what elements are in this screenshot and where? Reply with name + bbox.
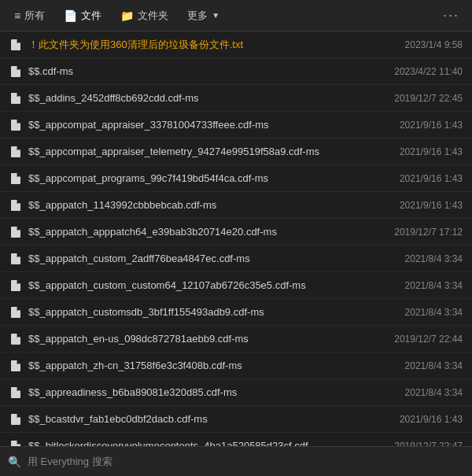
file-icon <box>9 253 22 265</box>
search-bar: 🔍 <box>0 446 472 476</box>
toolbar-file-label: 文件 <box>81 9 101 23</box>
list-item[interactable]: $$_addins_2452dff8cb692cdd.cdf-ms2019/12… <box>0 85 472 112</box>
file-icon <box>9 306 22 319</box>
file-date: 2023/1/4 9:58 <box>405 39 463 50</box>
file-icon <box>9 119 22 131</box>
toolbar-overflow-btn[interactable]: ··· <box>437 4 466 27</box>
file-date: 2019/12/7 22:47 <box>394 441 463 447</box>
list-item[interactable]: $$_apppatch_en-us_098dc872781aebb9.cdf-m… <box>0 326 472 352</box>
list-item[interactable]: $$_appcompat_appraiser_telemetry_94274e9… <box>0 138 472 165</box>
file-name: $$_apppatch_apppatch64_e39bab3b20714e20.… <box>28 226 386 238</box>
file-icon <box>9 386 22 399</box>
toolbar-more-label: 更多 <box>187 9 208 23</box>
list-item[interactable]: $$_appcompat_appraiser_33781004733ffeee.… <box>0 112 472 138</box>
file-name: $$_appcompat_programs_99c7f419bd54f4ca.c… <box>28 172 392 184</box>
list-item[interactable]: $$_apppatch_custom_2adff76bea4847ec.cdf-… <box>0 245 472 272</box>
file-name: $$_apppatch_custom_2adff76bea4847ec.cdf-… <box>28 253 397 264</box>
file-name: $$_appreadiness_b6ba89081e320d85.cdf-ms <box>28 386 397 398</box>
toolbar-folder-label: 文件夹 <box>138 9 168 23</box>
file-name: $$_apppatch_zh-cn_31758f6e3c3f408b.cdf-m… <box>28 360 397 371</box>
chevron-down-icon: ▼ <box>212 11 219 20</box>
file-date: 2023/4/22 11:40 <box>394 66 463 77</box>
list-item[interactable]: $$_apppatch_custom_custom64_12107ab6726c… <box>0 272 472 299</box>
file-name: $$_apppatch_en-us_098dc872781aebb9.cdf-m… <box>28 333 386 345</box>
file-icon <box>9 146 22 158</box>
file-date: 2021/9/16 1:43 <box>400 146 463 157</box>
file-list: ！此文件夹为使用360清理后的垃圾备份文件.txt2023/1/4 9:58$$… <box>0 31 472 446</box>
list-item[interactable]: $$_apppatch_apppatch64_e39bab3b20714e20.… <box>0 219 472 245</box>
file-date: 2019/12/7 22:44 <box>394 334 463 345</box>
file-name: $$_addins_2452dff8cb692cdd.cdf-ms <box>28 92 386 104</box>
file-name: $$_apppatch_1143992cbbbebcab.cdf-ms <box>28 199 392 211</box>
file-date: 2021/9/16 1:43 <box>400 414 463 425</box>
file-doc-icon: 📄 <box>64 9 77 22</box>
file-name: ！此文件夹为使用360清理后的垃圾备份文件.txt <box>28 38 397 52</box>
file-date: 2021/8/4 3:34 <box>405 307 463 318</box>
file-name: $$_apppatch_customsdb_3bf1ff155493adb9.c… <box>28 306 397 318</box>
list-icon: ≡ <box>14 9 20 22</box>
file-date: 2021/8/4 3:34 <box>405 387 463 398</box>
file-name: $$_appcompat_appraiser_33781004733ffeee.… <box>28 119 392 131</box>
toolbar: ≡ 所有 📄 文件 📁 文件夹 更多 ▼ ··· <box>0 0 472 31</box>
list-item[interactable]: $$_apppatch_1143992cbbbebcab.cdf-ms2021/… <box>0 192 472 219</box>
search-input[interactable] <box>28 456 464 467</box>
file-icon <box>9 65 22 78</box>
file-icon <box>9 199 22 212</box>
file-date: 2019/12/7 17:12 <box>394 227 463 238</box>
file-icon <box>9 172 22 185</box>
search-icon: 🔍 <box>8 456 21 468</box>
list-item[interactable]: $$_appreadiness_b6ba89081e320d85.cdf-ms2… <box>0 379 472 406</box>
toolbar-btn-folder[interactable]: 📁 文件夹 <box>112 6 176 26</box>
file-name: $$.cdf-ms <box>28 65 386 77</box>
toolbar-all-label: 所有 <box>24 9 45 23</box>
file-date: 2021/8/4 3:34 <box>405 360 463 371</box>
file-icon <box>9 413 22 426</box>
file-date: 2021/8/4 3:34 <box>405 280 463 291</box>
list-item[interactable]: $$_apppatch_customsdb_3bf1ff155493adb9.c… <box>0 299 472 326</box>
list-item[interactable]: $$_bcastdvr_fab1ebc0dbf2dacb.cdf-ms2021/… <box>0 406 472 433</box>
file-icon <box>9 440 22 447</box>
list-item[interactable]: $$.cdf-ms2023/4/22 11:40 <box>0 58 472 85</box>
file-icon <box>9 279 22 292</box>
file-name: $$_apppatch_custom_custom64_12107ab6726c… <box>28 279 397 291</box>
list-item[interactable]: $$_appcompat_programs_99c7f419bd54f4ca.c… <box>0 165 472 192</box>
file-icon <box>9 360 22 372</box>
file-name: $$_bitlockerdiscoveryvolumecontents_4ba1… <box>28 440 386 446</box>
file-icon <box>9 226 22 238</box>
list-item[interactable]: ！此文件夹为使用360清理后的垃圾备份文件.txt2023/1/4 9:58 <box>0 31 472 58</box>
folder-icon: 📁 <box>120 9 134 22</box>
file-icon <box>9 92 22 105</box>
file-name: $$_appcompat_appraiser_telemetry_94274e9… <box>28 146 392 157</box>
list-item[interactable]: $$_bitlockerdiscoveryvolumecontents_4ba1… <box>0 433 472 446</box>
file-icon <box>9 39 22 51</box>
toolbar-btn-more[interactable]: 更多 ▼ <box>179 6 227 26</box>
toolbar-btn-all[interactable]: ≡ 所有 <box>6 6 53 26</box>
file-date: 2021/9/16 1:43 <box>400 173 463 184</box>
file-date: 2021/9/16 1:43 <box>400 120 463 131</box>
file-date: 2019/12/7 22:45 <box>394 93 463 104</box>
file-date: 2021/9/16 1:43 <box>400 200 463 211</box>
file-date: 2021/8/4 3:34 <box>405 253 463 264</box>
file-icon <box>9 333 22 345</box>
list-item[interactable]: $$_apppatch_zh-cn_31758f6e3c3f408b.cdf-m… <box>0 352 472 379</box>
toolbar-btn-file[interactable]: 📄 文件 <box>56 6 109 26</box>
file-name: $$_bcastdvr_fab1ebc0dbf2dacb.cdf-ms <box>28 413 392 425</box>
